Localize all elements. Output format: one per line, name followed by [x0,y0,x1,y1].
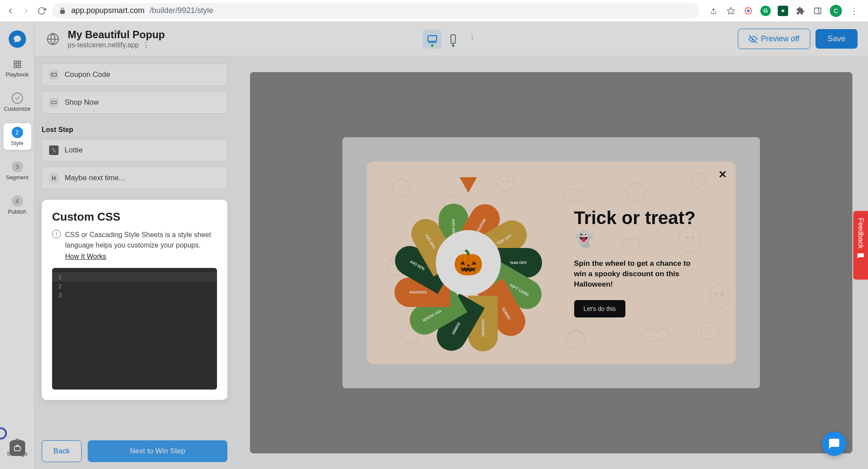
ghost-emoji: 👻 [574,230,719,248]
step-badge: 3 [12,161,23,172]
svg-rect-18 [51,101,56,103]
feedback-tab[interactable]: Feedback [853,211,868,280]
element-lottie[interactable]: Lottie [42,139,227,162]
extension-icon-3[interactable]: ✦ [778,6,788,16]
device-more-icon[interactable]: ⋮ [464,30,480,45]
share-icon[interactable] [708,6,719,16]
svg-rect-7 [14,65,16,68]
profile-avatar[interactable]: C [830,5,842,17]
rail-label: Customize [4,106,30,112]
url-path: /builder/9921/style [150,6,213,15]
extension-icon-1[interactable] [743,6,753,16]
custom-css-info: CSS or Cascading Style Sheets is a style… [65,231,211,249]
lost-step-label: Lost Step [42,126,227,134]
canvas-area: ✕ %50 OFFCOUPON%20 OFF%40 OFFGIFT CARDSO… [234,56,868,469]
svg-rect-5 [14,61,16,64]
svg-rect-8 [18,65,20,68]
next-button[interactable]: Next to Win Step [88,440,227,462]
app-logo[interactable] [9,30,26,48]
back-button[interactable]: Back [42,440,82,462]
preview-button[interactable]: Preview off [738,29,810,49]
info-icon: i [52,230,61,238]
globe-icon [45,31,61,47]
element-shop-now[interactable]: Shop Now [42,91,227,114]
check-icon [12,92,23,104]
popup-description: Spin the wheel to get a chance to win a … [574,258,700,289]
sidepanel-icon[interactable] [812,6,823,16]
element-maybe-next-time[interactable]: H Maybe next time... [42,167,227,189]
rail-customize[interactable]: Customize [3,89,31,116]
popup-headline: Trick or treat? [574,208,719,228]
lottie-icon [49,145,59,155]
rail-label: Style [11,140,23,146]
star-icon[interactable] [726,6,736,16]
rail-style[interactable]: 2 Style [3,123,31,150]
grid-icon [12,59,23,69]
url-host: app.popupsmart.com [71,6,145,15]
mobile-device-button[interactable] [444,30,463,49]
custom-css-panel: Custom CSS i CSS or Cascading Style Shee… [42,200,227,400]
briefcase-button[interactable] [10,440,25,456]
custom-css-title: Custom CSS [52,210,217,224]
desktop-device-button[interactable] [423,30,442,49]
lock-icon [59,7,66,14]
wheel-pointer-icon [460,177,477,193]
svg-rect-12 [428,36,437,41]
css-code-editor[interactable]: 1 2 3 [52,268,217,390]
rail-playbook[interactable]: Playbook [3,56,31,81]
element-coupon-code[interactable]: Coupon Code [42,63,227,86]
svg-point-2 [747,9,750,12]
popup-domain: ps-testceren.netlify.app [68,41,139,49]
forward-icon[interactable] [21,6,31,16]
button-icon [49,98,59,107]
wheel-center: 🎃 [436,230,501,295]
rail-publish[interactable]: 4 Publish [3,192,31,218]
intercom-launcher[interactable] [822,432,846,456]
svg-rect-6 [18,61,20,64]
back-icon[interactable] [5,6,16,16]
chat-icon [857,253,865,261]
rail-label: Segment [6,174,28,181]
heading-icon: H [49,173,59,183]
popup-title: My Beautiful Popup [68,29,165,41]
rail-label: Publish [8,208,26,215]
address-bar[interactable]: app.popupsmart.com/builder/9921/style [52,3,700,19]
style-sidebar: Coupon Code Shop Now Lost Step Lottie H … [35,56,234,469]
preview-canvas: ✕ %50 OFFCOUPON%20 OFF%40 OFFGIFT CARDSO… [250,72,852,453]
rail-segment[interactable]: 3 Segment [3,158,31,184]
more-icon[interactable]: ⋮ [142,41,149,49]
extension-icon-2[interactable]: G [760,6,771,16]
svg-rect-16 [51,73,56,76]
left-rail: Playbook Customize 2 Style 3 Segment 4 P… [0,22,35,469]
top-bar: My Beautiful Popup ps-testceren.netlify.… [35,22,868,56]
how-it-works-link[interactable]: How It Works [65,251,217,262]
lets-do-this-button[interactable]: Let's do this [574,300,625,317]
rail-label: Playbook [6,71,29,78]
svg-rect-3 [815,8,821,13]
extensions-icon[interactable] [795,6,806,16]
popup-preview: ✕ %50 OFFCOUPON%20 OFF%40 OFFGIFT CARDSO… [367,162,736,364]
browser-toolbar: app.popupsmart.com/builder/9921/style G … [0,0,868,22]
close-icon[interactable]: ✕ [718,168,727,181]
reload-icon[interactable] [36,6,47,16]
step-badge: 2 [12,127,23,138]
ticket-icon [49,70,59,79]
svg-marker-0 [727,7,735,14]
save-button[interactable]: Save [815,29,858,49]
chrome-menu-icon[interactable]: ⋮ [849,6,859,16]
svg-rect-32 [14,446,20,451]
step-badge: 4 [12,195,23,207]
spin-wheel[interactable]: %50 OFFCOUPON%20 OFF%40 OFFGIFT CARDSORR… [392,187,544,339]
